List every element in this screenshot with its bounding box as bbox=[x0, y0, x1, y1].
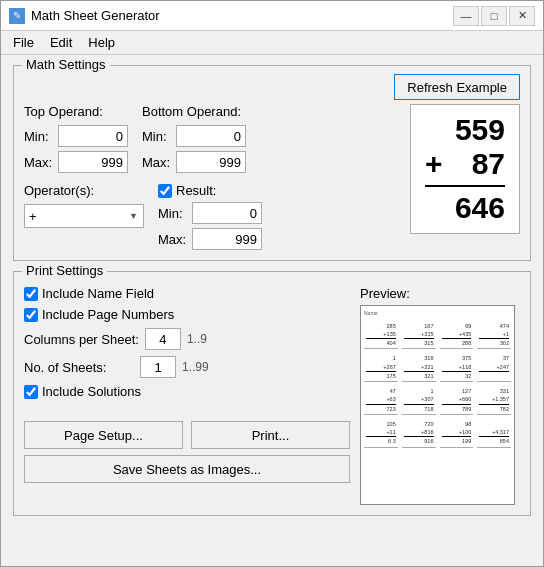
bottom-operand-max-row: Max: bbox=[142, 151, 246, 173]
preview-cell: +4,317854 bbox=[477, 419, 511, 448]
preview-label: Preview: bbox=[360, 286, 520, 301]
include-page-numbers-checkbox[interactable] bbox=[24, 308, 38, 322]
result-col: Result: Min: Max: bbox=[158, 183, 262, 250]
include-solutions-label: Include Solutions bbox=[42, 384, 141, 399]
bottom-max-label: Max: bbox=[142, 155, 172, 170]
preview-header: Name: bbox=[364, 310, 511, 318]
example-num1: 559 bbox=[425, 113, 505, 147]
menu-file[interactable]: File bbox=[5, 33, 42, 52]
example-num2: 87 bbox=[449, 147, 505, 181]
print-right: Preview: Name: 285+135404 167+315315 69+… bbox=[360, 286, 520, 505]
sheets-range: 1..99 bbox=[182, 360, 209, 374]
bottom-operand-min-input[interactable] bbox=[176, 125, 246, 147]
close-button[interactable]: ✕ bbox=[509, 6, 535, 26]
menu-bar: File Edit Help bbox=[1, 31, 543, 55]
math-controls: Top Operand: Min: Max: bbox=[24, 104, 400, 250]
top-min-label: Min: bbox=[24, 129, 54, 144]
preview-cell: 331+1,357782 bbox=[477, 386, 511, 415]
include-name-row: Include Name Field bbox=[24, 286, 350, 301]
top-operand-col: Top Operand: Min: Max: bbox=[24, 104, 128, 173]
result-min-label: Min: bbox=[158, 206, 188, 221]
result-max-input[interactable] bbox=[192, 228, 262, 250]
example-operator: + bbox=[425, 147, 443, 181]
bottom-operand-label: Bottom Operand: bbox=[142, 104, 246, 119]
result-checkbox[interactable] bbox=[158, 184, 172, 198]
include-solutions-checkbox[interactable] bbox=[24, 385, 38, 399]
columns-per-sheet-label: Columns per Sheet: bbox=[24, 332, 139, 347]
result-max-label: Max: bbox=[158, 232, 188, 247]
menu-edit[interactable]: Edit bbox=[42, 33, 80, 52]
example-op-row: + 87 bbox=[425, 147, 505, 181]
preview-content: Name: 285+135404 167+315315 69+435288 47… bbox=[361, 306, 514, 452]
menu-help[interactable]: Help bbox=[80, 33, 123, 52]
math-top-row: Refresh Example bbox=[24, 74, 520, 100]
refresh-example-button[interactable]: Refresh Example bbox=[394, 74, 520, 100]
example-result: 646 bbox=[425, 191, 505, 225]
operator-label: Operator(s): bbox=[24, 183, 144, 198]
preview-grid: 285+135404 167+315315 69+435288 474+1302… bbox=[364, 321, 511, 448]
no-of-sheets-label: No. of Sheets: bbox=[24, 360, 134, 375]
columns-per-sheet-row: Columns per Sheet: 1..9 bbox=[24, 328, 350, 350]
include-solutions-row: Include Solutions bbox=[24, 384, 350, 399]
math-settings-section: Math Settings Refresh Example Top Operan… bbox=[13, 65, 531, 261]
title-bar-controls: — □ ✕ bbox=[453, 6, 535, 26]
preview-box: Name: 285+135404 167+315315 69+435288 47… bbox=[360, 305, 515, 505]
action-buttons-area: Page Setup... Print... Save Sheets as Im… bbox=[24, 415, 350, 483]
include-name-checkbox[interactable] bbox=[24, 287, 38, 301]
window-title: Math Sheet Generator bbox=[31, 8, 160, 23]
columns-per-sheet-input[interactable] bbox=[145, 328, 181, 350]
buttons-row: Page Setup... Print... bbox=[24, 421, 350, 449]
content-area: Math Settings Refresh Example Top Operan… bbox=[1, 55, 543, 566]
print-settings-section: Print Settings Include Name Field Includ… bbox=[13, 271, 531, 516]
preview-cell: 69+435288 bbox=[440, 321, 474, 350]
preview-cell: 375+11832 bbox=[440, 353, 474, 382]
preview-cell: 47+63723 bbox=[364, 386, 398, 415]
top-operand-min-row: Min: bbox=[24, 125, 128, 147]
include-page-numbers-row: Include Page Numbers bbox=[24, 307, 350, 322]
math-settings-title: Math Settings bbox=[22, 57, 110, 72]
result-min-row: Min: bbox=[158, 202, 262, 224]
top-operand-max-input[interactable] bbox=[58, 151, 128, 173]
operator-col: Operator(s): + - × ÷ bbox=[24, 183, 144, 250]
preview-cell: 37+247 bbox=[477, 353, 511, 382]
operator-select[interactable]: + - × ÷ bbox=[24, 204, 144, 228]
include-page-numbers-label: Include Page Numbers bbox=[42, 307, 174, 322]
no-of-sheets-row: No. of Sheets: 1..99 bbox=[24, 356, 350, 378]
print-left: Include Name Field Include Page Numbers … bbox=[24, 286, 350, 505]
preview-cell: 167+315315 bbox=[402, 321, 436, 350]
top-max-label: Max: bbox=[24, 155, 54, 170]
result-min-input[interactable] bbox=[192, 202, 262, 224]
maximize-button[interactable]: □ bbox=[481, 6, 507, 26]
preview-cell: 316+321321 bbox=[402, 353, 436, 382]
bottom-operand-max-input[interactable] bbox=[176, 151, 246, 173]
print-settings-title: Print Settings bbox=[22, 263, 107, 278]
include-name-label: Include Name Field bbox=[42, 286, 154, 301]
preview-cell: 474+1302 bbox=[477, 321, 511, 350]
operator-select-wrapper: + - × ÷ bbox=[24, 204, 144, 228]
top-operand-min-input[interactable] bbox=[58, 125, 128, 147]
minimize-button[interactable]: — bbox=[453, 6, 479, 26]
preview-cell: 1+307718 bbox=[402, 386, 436, 415]
page-setup-button[interactable]: Page Setup... bbox=[24, 421, 183, 449]
top-operand-max-row: Max: bbox=[24, 151, 128, 173]
preview-cell: 720+816916 bbox=[402, 419, 436, 448]
print-button[interactable]: Print... bbox=[191, 421, 350, 449]
columns-range: 1..9 bbox=[187, 332, 207, 346]
bottom-operand-col: Bottom Operand: Min: Max: bbox=[142, 104, 246, 173]
example-line bbox=[425, 185, 505, 187]
operands-row: Top Operand: Min: Max: bbox=[24, 104, 400, 173]
example-box: 559 + 87 646 bbox=[410, 104, 520, 234]
bottom-min-label: Min: bbox=[142, 129, 172, 144]
preview-cell: 105+116 3 bbox=[364, 419, 398, 448]
preview-cell: 98+100199 bbox=[440, 419, 474, 448]
result-label: Result: bbox=[176, 183, 216, 198]
save-images-button[interactable]: Save Sheets as Images... bbox=[24, 455, 350, 483]
title-bar-left: ✎ Math Sheet Generator bbox=[9, 8, 160, 24]
operator-result-row: Operator(s): + - × ÷ bbox=[24, 183, 400, 250]
math-main-row: Top Operand: Min: Max: bbox=[24, 104, 520, 250]
preview-cell: 285+135404 bbox=[364, 321, 398, 350]
top-operand-label: Top Operand: bbox=[24, 104, 128, 119]
main-window: ✎ Math Sheet Generator — □ ✕ File Edit H… bbox=[0, 0, 544, 567]
no-of-sheets-input[interactable] bbox=[140, 356, 176, 378]
title-bar: ✎ Math Sheet Generator — □ ✕ bbox=[1, 1, 543, 31]
